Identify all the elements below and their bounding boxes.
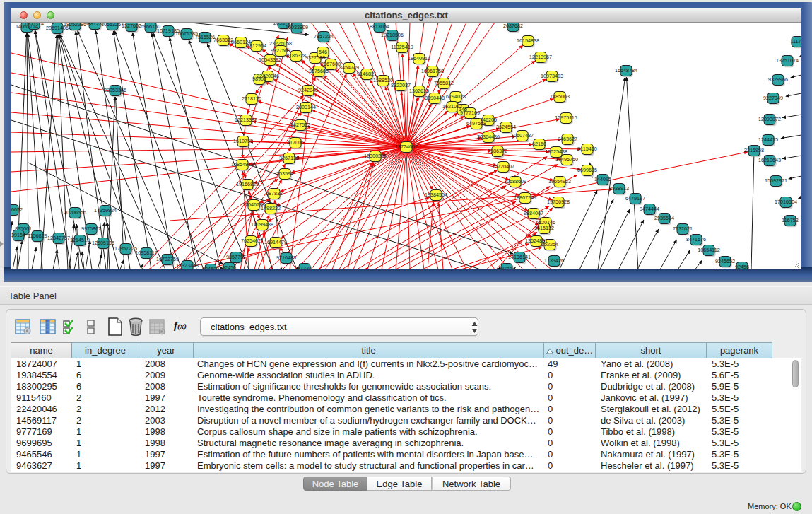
svg-text:7663822: 7663822 xyxy=(213,37,233,43)
svg-text:10958117: 10958117 xyxy=(135,250,157,256)
svg-text:1498222: 1498222 xyxy=(261,205,281,211)
svg-text:2803144: 2803144 xyxy=(296,104,316,110)
svg-text:1733426: 1733426 xyxy=(544,257,564,264)
svg-text:92456: 92456 xyxy=(735,264,749,269)
svg-text:753594: 753594 xyxy=(276,170,293,177)
svg-text:9329966: 9329966 xyxy=(768,76,788,83)
svg-text:39154: 39154 xyxy=(11,232,25,238)
svg-text:1527602: 1527602 xyxy=(122,23,141,29)
svg-text:16961758: 16961758 xyxy=(421,68,444,74)
svg-text:11325419: 11325419 xyxy=(391,44,413,50)
svg-text:2687682: 2687682 xyxy=(503,23,523,29)
svg-text:10688609: 10688609 xyxy=(504,178,526,185)
svg-text:62160: 62160 xyxy=(532,141,546,147)
svg-text:19218506: 19218506 xyxy=(381,32,404,38)
svg-text:835061: 835061 xyxy=(15,226,32,232)
svg-text:10654112: 10654112 xyxy=(698,247,719,253)
svg-text:8990448: 8990448 xyxy=(425,95,445,101)
svg-text:12323448: 12323448 xyxy=(176,262,199,269)
svg-text:10543362: 10543362 xyxy=(259,57,281,63)
svg-text:10973493: 10973493 xyxy=(541,73,563,79)
svg-text:924503: 924503 xyxy=(202,266,219,269)
svg-text:7515526: 7515526 xyxy=(195,34,215,40)
svg-text:14099488: 14099488 xyxy=(251,221,273,228)
svg-text:9242848: 9242848 xyxy=(298,87,318,93)
svg-text:20364436: 20364436 xyxy=(477,134,500,140)
svg-text:9857791: 9857791 xyxy=(226,254,246,260)
svg-text:14136141: 14136141 xyxy=(508,254,531,260)
svg-text:8186328: 8186328 xyxy=(286,52,306,59)
svg-text:1905314: 1905314 xyxy=(24,23,44,27)
svg-text:18640910: 18640910 xyxy=(408,55,430,62)
svg-text:12505135: 12505135 xyxy=(92,240,114,246)
svg-text:29053346: 29053346 xyxy=(104,87,126,93)
svg-text:9327508: 9327508 xyxy=(305,54,325,61)
svg-text:8471676: 8471676 xyxy=(686,236,706,243)
svg-text:11174: 11174 xyxy=(791,38,801,45)
svg-text:3267130: 3267130 xyxy=(279,155,299,161)
svg-text:7485063: 7485063 xyxy=(550,93,570,100)
svg-text:19654923: 19654923 xyxy=(548,178,571,185)
svg-text:3912954: 3912954 xyxy=(247,42,266,49)
svg-text:10025438: 10025438 xyxy=(545,148,567,155)
svg-text:1588520: 1588520 xyxy=(373,77,393,83)
svg-text:9975867: 9975867 xyxy=(81,226,101,232)
svg-text:9115460: 9115460 xyxy=(577,146,596,152)
svg-text:1615132: 1615132 xyxy=(534,225,554,231)
svg-text:12213389: 12213389 xyxy=(235,117,257,123)
svg-text:2935514: 2935514 xyxy=(654,215,674,221)
svg-text:20206556: 20206556 xyxy=(64,209,86,216)
svg-text:417006: 417006 xyxy=(287,139,304,146)
svg-text:1156829: 1156829 xyxy=(28,233,47,239)
svg-text:17359924: 17359924 xyxy=(94,207,117,214)
svg-text:7625402: 7625402 xyxy=(241,238,261,244)
svg-text:18807249: 18807249 xyxy=(514,194,536,201)
svg-text:8454749: 8454749 xyxy=(339,64,359,71)
svg-text:9245: 9245 xyxy=(501,265,512,269)
svg-text:1244415: 1244415 xyxy=(758,136,778,143)
svg-text:12975115: 12975115 xyxy=(555,115,577,121)
svg-text:252254: 252254 xyxy=(541,241,558,247)
svg-text:18252286: 18252286 xyxy=(64,23,86,28)
svg-text:19756928: 19756928 xyxy=(547,199,570,205)
svg-text:19384554: 19384554 xyxy=(425,192,447,198)
svg-text:2367608: 2367608 xyxy=(321,61,341,67)
svg-text:9463627: 9463627 xyxy=(558,136,577,142)
svg-text:1214519: 1214519 xyxy=(70,237,90,243)
svg-text:6794028: 6794028 xyxy=(446,93,466,100)
svg-text:6699695: 6699695 xyxy=(577,167,597,173)
svg-text:8322037: 8322037 xyxy=(391,82,411,88)
svg-text:7632621: 7632621 xyxy=(673,226,693,232)
svg-text:3624554: 3624554 xyxy=(496,124,516,130)
svg-text:15720407: 15720407 xyxy=(492,163,514,170)
svg-text:6479197: 6479197 xyxy=(625,195,645,201)
svg-text:8813054: 8813054 xyxy=(370,23,389,30)
svg-text:16210643: 16210643 xyxy=(758,157,781,163)
svg-text:9716485: 9716485 xyxy=(276,255,296,261)
svg-text:12093872: 12093872 xyxy=(758,116,781,122)
svg-text:8427552: 8427552 xyxy=(290,122,310,128)
svg-text:2093779: 2093779 xyxy=(273,23,293,26)
svg-text:9474444: 9474444 xyxy=(640,206,659,212)
svg-text:1610755: 1610755 xyxy=(233,138,253,144)
svg-text:19495750: 19495750 xyxy=(555,156,578,163)
svg-text:746206: 746206 xyxy=(480,117,497,123)
svg-text:587833: 587833 xyxy=(266,190,283,197)
svg-text:9884067: 9884067 xyxy=(524,210,543,216)
svg-text:9227349: 9227349 xyxy=(763,95,783,101)
svg-text:7857224: 7857224 xyxy=(314,33,334,40)
svg-text:546: 546 xyxy=(319,49,327,55)
svg-text:92450: 92450 xyxy=(222,264,236,269)
svg-text:10653257: 10653257 xyxy=(101,23,124,28)
svg-text:1362615: 1362615 xyxy=(409,88,429,94)
svg-text:16782759: 16782759 xyxy=(156,256,179,262)
svg-text:9245652: 9245652 xyxy=(715,258,735,264)
svg-text:7955812: 7955812 xyxy=(434,80,454,86)
svg-text:17334: 17334 xyxy=(298,265,312,269)
svg-text:16648784: 16648784 xyxy=(615,67,637,74)
svg-text:12213967: 12213967 xyxy=(529,54,552,60)
svg-text:16854919: 16854919 xyxy=(231,161,254,168)
svg-text:15692971: 15692971 xyxy=(765,177,787,184)
svg-text:9146821: 9146821 xyxy=(357,71,377,77)
svg-text:17016504: 17016504 xyxy=(775,199,797,205)
